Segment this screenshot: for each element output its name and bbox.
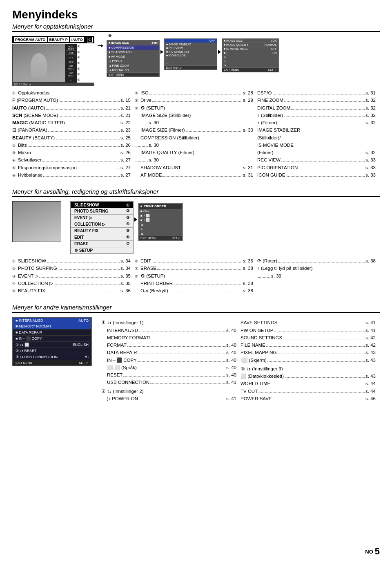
side-controls-panel: AUTOAUTO OFF OFF ±0.0 WBAUTO ISOAUTO »: [65, 44, 77, 83]
po-exit: EXIT MENU: [140, 237, 156, 240]
page-title: Menyindeks: [12, 8, 380, 21]
s3-soundsettings: SOUND SETTINGS s. 42: [241, 334, 376, 341]
s2-col2: ⑥ EDIT s. 36 ⑦ ERASE s. 38 ⑧ ⚙ (SETUP) P…: [135, 258, 257, 295]
info-imagesize-film: IMAGE SIZE (Filmer) s. 30: [135, 127, 253, 134]
beauty-p-mode: BEAUTY P: [48, 37, 69, 42]
info-makro: ③ Makro s. 26: [12, 149, 131, 156]
s2-erase: ⑦ ERASE s. 38: [135, 265, 253, 272]
s2-collection: ④ COLLECTION ▷ s. 35: [12, 280, 131, 287]
s3-internal-sd: INTERNAL/SD s. 40: [101, 327, 236, 334]
info-col1: ① Opptaksmodus P (PROGRAM AUTO) s. 15 iA…: [12, 90, 135, 179]
s3-col1: ① ↕₁ (Innstillinger 1) INTERNAL/SD s. 40…: [101, 319, 241, 403]
po-set: SET ✓: [172, 237, 180, 240]
s3-title3: ③ ↕₃ (Innstillinger 3): [241, 365, 376, 372]
s2-roter: ⟳ (Roter) s. 38: [257, 258, 376, 265]
settings-item-reset: ② ↕₂ RESET: [13, 348, 91, 354]
s2-legg-til-lyd: ♪ (Legg til lyd på stillbilder): [257, 265, 376, 272]
info-col2: ⑦ ISO s. 28 ⑧ Drive s. 29 ⑨ ⚙ (SETUP) IM…: [135, 90, 257, 179]
info-hvitbalanse: ⑥ Hvitbalanse s. 27: [12, 172, 131, 179]
info-compression-p: s. 30: [135, 142, 253, 149]
settings-item-usb: ③ ↕₃ USB CONNECTION PC: [13, 354, 91, 360]
sub3-item-quality: ■ IMAGE QUALITYNORMAL: [222, 43, 278, 47]
s2-beskytt: O-n (Beskytt) s. 38: [135, 287, 253, 294]
s3-pixelmapping: PIXEL MAPPING s. 43: [241, 349, 376, 356]
settings-set: SET ✓: [79, 361, 89, 365]
menu-item-shadow: ■ SHADOW ADJ: [107, 50, 159, 54]
s3-col2: SAVE SETTINGS s. 41 PW ON SETUP s. 41 SO…: [241, 319, 380, 403]
print-order-menu: ⑧ ■ PRINT ORDER ■ On₁ ■ ♪ ⬜ ■ ♪ ⬜ ↕₁ ↕₂ …: [138, 203, 183, 241]
menu-item-esp: ↕₁ ESP/⊙: [107, 59, 159, 63]
menu-ss-box3: ■ IMAGE SIZEVGA ■ IMAGE QUALITYNORMAL ■ …: [222, 38, 279, 72]
info-compression: COMPRESSION (Stillbilder): [135, 135, 253, 141]
s3-skjerm: !⬜ (Skjerm) s. 43: [241, 357, 376, 364]
s2-edit: ⑥ EDIT s. 36: [135, 258, 253, 265]
main-menu-screenshot: ⑨ ■ IMAGE SIZE 14M ■ COMPRESSION ■ SHADO…: [107, 38, 279, 77]
sub2-item1: ■ IMAGE STABILIZ: [165, 43, 217, 46]
info-esp: ESP/⊙ s. 31: [257, 90, 376, 96]
section1-info: ① Opptaksmodus P (PROGRAM AUTO) s. 15 iA…: [12, 90, 380, 179]
ctrl-off2: OFF: [66, 56, 76, 59]
pm-erase: ERASE ⑦: [71, 241, 133, 247]
settings-item-datarepair: ■ DATA REPAIR: [13, 329, 91, 335]
info-image-stabilizer: IMAGE STABILIZER: [257, 127, 376, 134]
s3-reset: RESET s. 40: [101, 372, 236, 379]
pm-collection: COLLECTION ▷ ④: [71, 221, 133, 228]
info-icon-guide: ICON GUIDE s. 33: [257, 172, 376, 179]
camera-viewfinder: [12, 44, 65, 83]
ctrl-iso: ISOAUTO: [66, 72, 76, 77]
pm-setup: ⚙ SETUP: [71, 247, 133, 253]
info-panorama: ⊟ (PANORAMA) s. 23: [12, 127, 131, 134]
settings-footer: EXIT MENU SET ✓: [13, 360, 91, 365]
playback-camera-preview: [12, 201, 65, 242]
sub3-item-sound: ■ ♪ON: [222, 51, 278, 55]
pm-photosurfing: PHOTO SURFING ②: [71, 208, 133, 215]
section3-title: Menyer for andre kamerainnstillinger: [12, 304, 380, 313]
po-item2: ■ ♪ ⬜: [139, 213, 182, 218]
po-item6: ↕₃: [139, 231, 182, 236]
s3-pwonsetup: PW ON SETUP s. 41: [241, 327, 376, 334]
s3-title2: ② ↕₂ (Innstillinger 2): [101, 388, 236, 395]
info-shadow: SHADOW ADJUST s. 31: [135, 164, 253, 171]
po-item4: ↕₁: [139, 222, 182, 227]
info-still-slash: (Stillbilder)/: [257, 135, 376, 141]
info-col3: ESP/⊙ s. 31 FINE ZOOM s. 32 DIGITAL ZOOM…: [257, 90, 380, 179]
sub3-item7: ↕₃: [222, 63, 278, 67]
settings-exit: EXIT MENU: [16, 361, 32, 365]
s3-copy: IN→⬛ COPY s. 40: [101, 357, 236, 364]
s2-printorder: PRINT ORDER s. 38: [135, 280, 253, 287]
ctrl-auto: AUTOAUTO: [66, 45, 76, 51]
pm-beautyfix: BEAUTY FIX ⑤: [71, 228, 133, 234]
s3-dato: ⬜ (Dato/klokkeslett) s. 43: [241, 373, 376, 380]
s3-worldtime: WORLD TIME s. 44: [241, 380, 376, 387]
s3-filename: FILE NAME s. 42: [241, 342, 376, 349]
s3-datarepair: DATA REPAIR s. 40: [101, 349, 236, 356]
circle-1: ①: [87, 37, 93, 43]
po-item5: ↕₂: [139, 227, 182, 231]
side-circle-nums: ② ③ ④ ⑤ ⑥ ⑦ ⑧: [77, 44, 80, 83]
s2-col1: ① SLIDESHOW s. 34 ② PHOTO SURFING s. 34 …: [12, 258, 135, 295]
settings-menu-box: ■ INTERNAL/SD AUTO ■ MEMORY FORMAT ■ DAT…: [12, 317, 92, 366]
playback-menu-box: SLIDESHOW ① PHOTO SURFING ② EVENT ▷ ③ CO…: [70, 201, 134, 254]
ctrl-off: OFF: [66, 52, 76, 55]
section2-title: Menyer for avspilling, redigering og uts…: [12, 188, 380, 197]
info-rec-view: REC VIEW s. 33: [257, 157, 376, 164]
info-setup: ⑨ ⚙ (SETUP): [135, 105, 253, 112]
pm-slideshow: SLIDESHOW ①: [71, 202, 133, 208]
info-still-sound: ♪ (Stillbilder) s. 32: [257, 112, 376, 119]
info-iso: ⑦ ISO s. 28: [135, 90, 253, 96]
menu-ss-box1: ■ IMAGE SIZE 14M ■ COMPRESSION ■ SHADOW …: [107, 40, 160, 77]
s2-col3: ⟳ (Roter) s. 38 ♪ (Legg til lyd på still…: [257, 258, 380, 295]
settings-screen-preview: ■ INTERNAL/SD AUTO ■ MEMORY FORMAT ■ DAT…: [12, 317, 94, 366]
s3-sprak: ⬜-⬜ (Språk) s. 40: [101, 364, 236, 371]
sub3-item-imagesize: ■ IMAGE SIZEVGA: [222, 39, 278, 43]
menu-item-fine: ↕₂ FINE ZOOM: [107, 63, 159, 68]
page-number: 5: [375, 546, 380, 557]
pm-edit: EDIT ⑥: [71, 234, 133, 241]
camera-body-preview: PROGRAM AUTO BEAUTY P iAUTO ① AUTOAUTO O…: [12, 36, 94, 86]
info-fine-zoom: FINE ZOOM s. 32: [257, 97, 376, 104]
info-af: AF MODE s. 31: [135, 172, 253, 179]
info-iauto: iAUTO (iAUTO) s. 21: [12, 105, 131, 112]
menu-ss-box2: OFF ■ IMAGE STABILIZ ■ REC VIEW ■ PIC OR…: [164, 38, 217, 70]
submenu2-off: OFF: [209, 39, 215, 42]
s3-memformat: MEMORY FORMAT/: [101, 334, 236, 341]
